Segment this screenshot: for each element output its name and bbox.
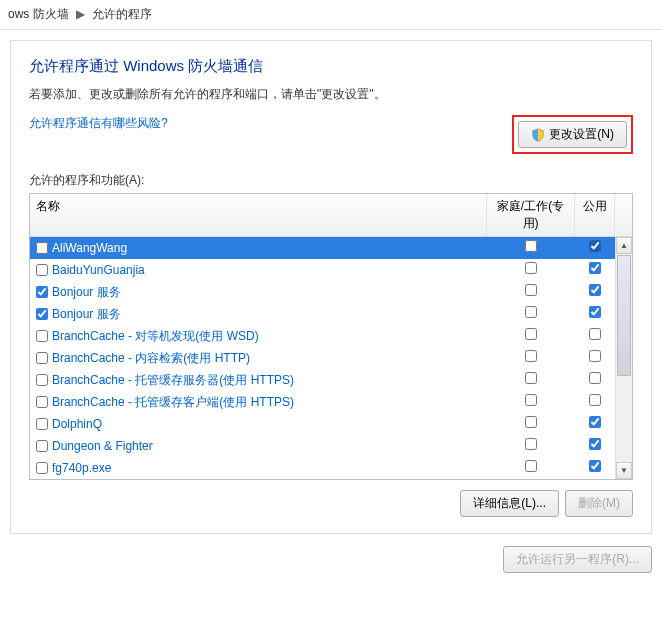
public-checkbox[interactable] — [589, 262, 601, 274]
enable-checkbox[interactable] — [36, 440, 48, 452]
public-checkbox[interactable] — [589, 350, 601, 362]
breadcrumb-separator: ▶ — [76, 7, 85, 21]
table-row[interactable]: BranchCache - 托管缓存客户端(使用 HTTPS) — [30, 391, 632, 413]
risks-link[interactable]: 允许程序通信有哪些风险? — [29, 115, 168, 132]
scroll-track[interactable] — [616, 254, 632, 462]
breadcrumb-part2[interactable]: 允许的程序 — [92, 7, 152, 21]
shield-icon — [531, 128, 545, 142]
change-settings-button[interactable]: 更改设置(N) — [518, 121, 627, 148]
public-checkbox[interactable] — [589, 284, 601, 296]
header-scroll-spacer — [615, 194, 632, 236]
public-checkbox[interactable] — [589, 328, 601, 340]
content-panel: 允许程序通过 Windows 防火墙通信 若要添加、更改或删除所有允许的程序和端… — [10, 40, 652, 534]
breadcrumb-part1[interactable]: ows 防火墙 — [8, 7, 69, 21]
program-name: fg740p.exe — [52, 459, 111, 477]
public-checkbox[interactable] — [589, 438, 601, 450]
home-checkbox[interactable] — [525, 262, 537, 274]
home-checkbox[interactable] — [525, 394, 537, 406]
header-public[interactable]: 公用 — [575, 194, 615, 236]
home-checkbox[interactable] — [525, 460, 537, 472]
public-checkbox[interactable] — [589, 460, 601, 472]
program-name: Dungeon & Fighter — [52, 437, 153, 455]
programs-table: 名称 家庭/工作(专用) 公用 AliWangWangBaiduYunGuanj… — [29, 193, 633, 480]
table-row[interactable]: BranchCache - 对等机发现(使用 WSD) — [30, 325, 632, 347]
table-row[interactable]: Dungeon & Fighter — [30, 435, 632, 457]
table-row[interactable]: BaiduYunGuanjia — [30, 259, 632, 281]
enable-checkbox[interactable] — [36, 286, 48, 298]
enable-checkbox[interactable] — [36, 418, 48, 430]
enable-checkbox[interactable] — [36, 330, 48, 342]
public-checkbox[interactable] — [589, 240, 601, 252]
enable-checkbox[interactable] — [36, 308, 48, 320]
enable-checkbox[interactable] — [36, 374, 48, 386]
public-checkbox[interactable] — [589, 394, 601, 406]
enable-checkbox[interactable] — [36, 264, 48, 276]
table-row[interactable]: fg740p.exe — [30, 457, 632, 479]
table-row[interactable]: AliWangWang — [30, 237, 632, 259]
home-checkbox[interactable] — [525, 328, 537, 340]
public-checkbox[interactable] — [589, 372, 601, 384]
table-row[interactable]: Bonjour 服务 — [30, 303, 632, 325]
program-name: BaiduYunGuanjia — [52, 261, 145, 279]
table-row[interactable]: DolphinQ — [30, 413, 632, 435]
table-header: 名称 家庭/工作(专用) 公用 — [30, 194, 632, 237]
details-button[interactable]: 详细信息(L)... — [460, 490, 559, 517]
home-checkbox[interactable] — [525, 350, 537, 362]
enable-checkbox[interactable] — [36, 396, 48, 408]
table-row[interactable]: BranchCache - 托管缓存服务器(使用 HTTPS) — [30, 369, 632, 391]
header-home[interactable]: 家庭/工作(专用) — [487, 194, 575, 236]
table-row[interactable]: Bonjour 服务 — [30, 281, 632, 303]
breadcrumb: ows 防火墙 ▶ 允许的程序 — [0, 0, 662, 30]
scroll-thumb[interactable] — [617, 255, 631, 376]
allow-another-program-button[interactable]: 允许运行另一程序(R)... — [503, 546, 652, 573]
table-body: AliWangWangBaiduYunGuanjiaBonjour 服务Bonj… — [30, 237, 632, 479]
section-label: 允许的程序和功能(A): — [29, 172, 633, 189]
program-name: BranchCache - 内容检索(使用 HTTP) — [52, 349, 250, 367]
home-checkbox[interactable] — [525, 284, 537, 296]
delete-button[interactable]: 删除(M) — [565, 490, 633, 517]
program-name: Bonjour 服务 — [52, 283, 121, 301]
scroll-up-button[interactable]: ▲ — [616, 237, 632, 254]
change-settings-label: 更改设置(N) — [549, 126, 614, 143]
program-name: BranchCache - 托管缓存客户端(使用 HTTPS) — [52, 393, 294, 411]
program-name: BranchCache - 对等机发现(使用 WSD) — [52, 327, 259, 345]
home-checkbox[interactable] — [525, 438, 537, 450]
change-settings-highlight: 更改设置(N) — [512, 115, 633, 154]
home-checkbox[interactable] — [525, 240, 537, 252]
enable-checkbox[interactable] — [36, 242, 48, 254]
home-checkbox[interactable] — [525, 416, 537, 428]
enable-checkbox[interactable] — [36, 462, 48, 474]
home-checkbox[interactable] — [525, 306, 537, 318]
program-name: Bonjour 服务 — [52, 305, 121, 323]
table-row[interactable]: BranchCache - 内容检索(使用 HTTP) — [30, 347, 632, 369]
program-name: DolphinQ — [52, 415, 102, 433]
public-checkbox[interactable] — [589, 306, 601, 318]
header-name[interactable]: 名称 — [30, 194, 487, 236]
enable-checkbox[interactable] — [36, 352, 48, 364]
public-checkbox[interactable] — [589, 416, 601, 428]
program-name: BranchCache - 托管缓存服务器(使用 HTTPS) — [52, 371, 294, 389]
page-description: 若要添加、更改或删除所有允许的程序和端口，请单击"更改设置"。 — [29, 86, 633, 103]
scroll-down-button[interactable]: ▼ — [616, 462, 632, 479]
home-checkbox[interactable] — [525, 372, 537, 384]
program-name: AliWangWang — [52, 239, 127, 257]
page-title: 允许程序通过 Windows 防火墙通信 — [29, 57, 633, 76]
scrollbar[interactable]: ▲ ▼ — [615, 237, 632, 479]
